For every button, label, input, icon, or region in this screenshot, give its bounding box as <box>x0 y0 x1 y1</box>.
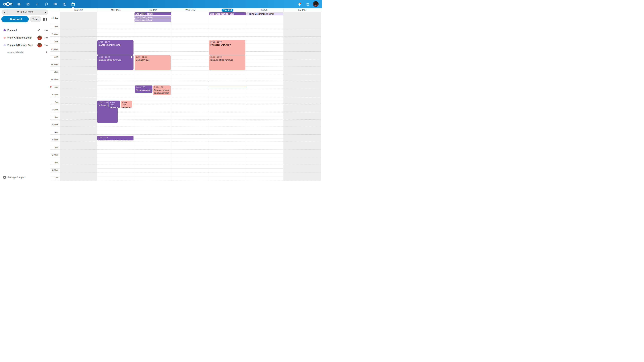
calendar-name: Personal <box>8 26 16 34</box>
week-switcher: Week 3 of 2020 <box>2 9 48 15</box>
event-time: 4:20 - 4:40 <box>98 136 132 139</box>
time-axis-label: 4pm <box>50 131 58 133</box>
weekend-column-shade <box>60 12 97 181</box>
event-purchasing-dept-conversation[interactable]: 4:20 - 4:40purchasing dept conversation <box>97 136 134 140</box>
now-line <box>209 87 246 87</box>
all-day-event[interactable]: Line Dance Training <box>134 12 171 15</box>
column-divider <box>209 8 209 181</box>
scrollbar-gutter[interactable] <box>321 12 322 181</box>
mail-icon[interactable] <box>52 0 59 8</box>
event-title: Discuss office furniture <box>210 58 244 61</box>
user-avatar[interactable] <box>313 1 319 7</box>
all-day-event[interactable]: Line dance training <box>134 15 171 18</box>
weekend-column-shade <box>284 12 321 181</box>
view-toggle-icon[interactable] <box>43 17 48 21</box>
time-axis-label: 11:30am <box>50 63 58 65</box>
all-day-divider <box>50 24 322 24</box>
half-hour-line <box>50 123 321 123</box>
event-company-call[interactable]: 11:00 - 12:00Company call <box>135 55 171 70</box>
calendar-color-dot[interactable] <box>4 37 6 39</box>
day-header-tue[interactable]: Tue 1/14 <box>134 8 172 12</box>
half-hour-line <box>50 138 321 138</box>
event-title: purchasing dept conversation <box>98 139 132 142</box>
files-icon[interactable] <box>15 0 23 8</box>
day-header-thu[interactable]: Thu 1/16 <box>209 8 246 12</box>
activity-icon[interactable] <box>33 0 41 8</box>
next-week-button[interactable] <box>42 9 48 15</box>
event-time: 1:00 - 1:30 <box>154 86 170 88</box>
nextcloud-calendar-app: Week 3 of 2020 + New event Today Setting… <box>0 0 322 181</box>
calendar-color-dot[interactable] <box>4 44 6 46</box>
time-axis-label: 9am <box>50 26 58 28</box>
all-day-event[interactable]: Line dance training <box>134 19 171 22</box>
event-discuss-office-furniture[interactable]: 11:00 - 12:00Discuss office furniture <box>97 55 134 70</box>
half-hour-line <box>50 161 321 161</box>
time-axis-label: 9:30am <box>50 33 58 35</box>
day-header-sat[interactable]: Sat 1/18 <box>284 8 321 12</box>
sidebar-calendar-personal-christine-scho-[interactable]: Personal (Christine Scho... <box>0 41 50 49</box>
calendar-color-dot[interactable] <box>4 29 6 31</box>
sidebar-calendar-work-christine-schott-[interactable]: Work (Christine Schott) <box>0 34 50 41</box>
half-hour-line <box>50 176 321 176</box>
half-hour-line <box>50 55 321 55</box>
time-axis-label: 2:30pm <box>50 109 58 111</box>
settings-import[interactable]: Settings & import <box>0 174 50 181</box>
event-time: 2:00 - 2:30 <box>110 101 119 106</box>
event-time: 11:00 - 12:00 <box>210 56 244 58</box>
week-label[interactable]: Week 3 of 2020 <box>8 9 41 15</box>
quarter-hour-line <box>50 66 321 67</box>
all-day-event[interactable]: The Big Line Dancing Show!!! <box>246 12 283 15</box>
day-header-sun[interactable]: Sun 1/12 <box>60 8 97 12</box>
column-divider <box>172 8 172 181</box>
calendar-name: Personal (Christine Scho... <box>8 41 32 49</box>
plus-icon[interactable]: + <box>44 49 48 56</box>
event-time: 2:00 - 2:30 <box>122 101 131 106</box>
today-button[interactable]: Today <box>30 16 41 22</box>
new-event-button[interactable]: + New event <box>1 16 29 22</box>
event-check-in[interactable]: 2:00 - 2:30check-in <box>121 100 132 108</box>
calendar-actions-menu-icon[interactable] <box>44 37 48 38</box>
event-discuss-project-announcement[interactable]: 1:00 - 1:30Discuss project announcement <box>153 85 171 95</box>
time-axis-label: 5:30pm <box>50 154 58 156</box>
event-title: Discuss project announcement <box>136 89 152 91</box>
time-axis-label: 11am <box>50 56 58 58</box>
half-hour-line <box>50 40 321 40</box>
day-header-mon[interactable]: Mon 1/13 <box>97 8 134 12</box>
time-axis-label: 4:30pm <box>50 139 58 141</box>
quarter-hour-line <box>50 112 321 112</box>
contacts-menu-icon[interactable] <box>304 0 311 8</box>
quarter-hour-line <box>50 89 321 89</box>
time-axis-label: 1:30pm <box>50 93 58 95</box>
time-axis-label: 12:30pm <box>50 78 58 80</box>
event-discuss-project-announcement[interactable]: 1:00 - 1:30Discuss project announcement <box>135 85 152 93</box>
event-time: 11:00 - 12:00 <box>136 56 170 58</box>
notifications-bell-icon[interactable] <box>296 0 303 8</box>
calendar-actions-menu-icon[interactable] <box>44 30 48 31</box>
event-discuss-office-furniture[interactable]: 11:00 - 12:00Discuss office furniture <box>209 55 245 70</box>
day-header-fri[interactable]: Fri 1/17 <box>246 8 284 12</box>
time-axis-label: 12pm <box>50 71 58 73</box>
event-phonecall-with-abby[interactable]: 10:00 - 11:00Phonecall with Abby <box>209 40 245 55</box>
nextcloud-logo[interactable] <box>1 0 14 8</box>
new-calendar-label: + New calendar <box>8 49 24 56</box>
reminder-bell-icon <box>130 56 132 58</box>
share-link-icon[interactable] <box>37 29 40 32</box>
talk-icon[interactable] <box>42 0 50 8</box>
half-hour-line <box>50 168 321 169</box>
event-management-meeting[interactable]: 10:00 - 11:00management meeting <box>97 40 134 55</box>
day-header-wed[interactable]: Wed 1/15 <box>172 8 209 12</box>
half-hour-line <box>50 116 321 116</box>
event-check-in[interactable]: 2:00 - 2:30check-in <box>109 100 120 108</box>
calendar-actions-menu-icon[interactable] <box>44 44 48 45</box>
previous-week-button[interactable] <box>2 9 8 15</box>
selected-day-pill[interactable]: Thu 1/16 <box>222 8 234 12</box>
contacts-icon[interactable] <box>60 0 68 8</box>
new-calendar-button[interactable]: + New calendar+ <box>0 49 50 56</box>
photos-icon[interactable] <box>24 0 32 8</box>
half-hour-line <box>50 48 321 48</box>
time-axis-label: 10am <box>50 41 58 43</box>
all-day-event[interactable]: Line dance main rehearsal <box>209 12 246 15</box>
quarter-hour-line <box>50 149 321 150</box>
sidebar-calendar-personal[interactable]: Personal <box>0 26 50 34</box>
time-axis-label: 7pm <box>50 176 58 178</box>
